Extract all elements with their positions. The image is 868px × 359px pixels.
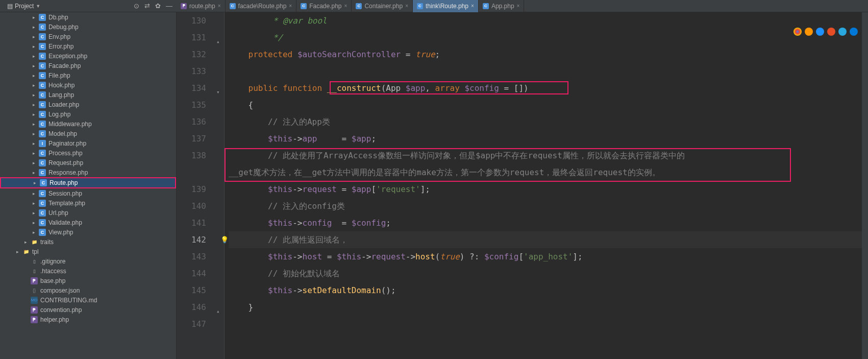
tree-item[interactable]: ₱convention.php <box>0 305 176 315</box>
close-icon[interactable]: × <box>289 3 292 9</box>
fold-toggle-icon[interactable]: ▴ <box>216 33 220 50</box>
tree-arrow-icon[interactable]: ▸ <box>33 122 39 127</box>
close-icon[interactable]: × <box>517 3 520 9</box>
fold-toggle-icon[interactable]: ▴ <box>216 303 220 320</box>
close-icon[interactable]: × <box>471 3 474 9</box>
tree-item[interactable]: ₱base.php <box>0 276 176 285</box>
tree-item[interactable]: ▸CDebug.php <box>0 22 176 32</box>
tree-arrow-icon[interactable]: ▸ <box>34 180 40 185</box>
editor-tab[interactable]: CApp.php× <box>479 0 525 12</box>
tree-item[interactable]: ▸CView.php <box>0 227 176 237</box>
tree-arrow-icon[interactable]: ▸ <box>33 15 39 20</box>
code-line[interactable]: __get魔术方法，在__get方法中调用的是容器中的make方法，第一个参数为… <box>229 164 862 181</box>
close-icon[interactable]: × <box>405 3 408 9</box>
tree-item[interactable]: MDCONTRIBUTING.md <box>0 295 176 305</box>
tree-item[interactable]: ▸CValidate.php <box>0 218 176 227</box>
target-icon[interactable]: ⊙ <box>134 2 139 10</box>
tree-arrow-icon[interactable]: ▸ <box>33 170 39 175</box>
tree-item[interactable]: ▸CLang.php <box>0 90 176 100</box>
tree-item[interactable]: ▸CUrl.php <box>0 208 176 218</box>
code-line[interactable] <box>229 63 862 80</box>
code-line[interactable]: } <box>229 299 862 316</box>
code-line[interactable]: { <box>229 97 862 113</box>
tree-arrow-icon[interactable]: ▸ <box>33 230 39 235</box>
tree-item[interactable]: ▸CSession.php <box>0 188 176 198</box>
tree-item[interactable]: ▸CResponse.php <box>0 167 176 177</box>
tree-item[interactable]: ▸📁traits <box>0 237 176 247</box>
tree-arrow-icon[interactable]: ▸ <box>33 131 39 136</box>
tree-item[interactable]: ▯.gitignore <box>0 256 176 266</box>
code-line[interactable] <box>229 316 862 332</box>
code-line[interactable]: protected $autoSearchController = true; <box>229 46 862 63</box>
collapse-icon[interactable]: ⇄ <box>144 2 150 10</box>
editor-tab[interactable]: ₱route.php× <box>177 0 226 12</box>
tree-item[interactable]: ▸CLog.php <box>0 109 176 119</box>
tree-item[interactable]: ▸CRoute.php <box>0 177 176 188</box>
code-line[interactable]: $this->request = $app['request']; <box>229 181 862 198</box>
close-icon[interactable]: × <box>344 3 348 9</box>
tree-arrow-icon[interactable]: ▸ <box>33 34 39 39</box>
tree-arrow-icon[interactable]: ▸ <box>33 220 39 225</box>
editor-tab[interactable]: Cthink\Route.php× <box>413 0 479 12</box>
code-area[interactable]: * @var bool */ protected $autoSearchCont… <box>225 12 862 359</box>
editor-scrollbar[interactable] <box>862 12 868 359</box>
tree-item[interactable]: ▸CMiddleware.php <box>0 119 176 129</box>
tree-item[interactable]: ▸CModel.php <box>0 129 176 138</box>
tree-item[interactable]: ▸CFile.php <box>0 70 176 80</box>
tree-arrow-icon[interactable]: ▸ <box>33 201 39 206</box>
fold-column[interactable]: ▴▾▴ <box>215 12 225 359</box>
project-tree[interactable]: ▸CDb.php▸CDebug.php▸CEnv.php▸CError.php▸… <box>0 12 177 359</box>
hide-icon[interactable]: — <box>166 2 172 10</box>
tree-arrow-icon[interactable]: ▸ <box>33 73 39 78</box>
code-line[interactable]: // 此处使用了ArrayAccess像数组一样访问对象，但是$app中不存在r… <box>229 147 862 164</box>
close-icon[interactable]: × <box>218 3 221 9</box>
tree-arrow-icon[interactable]: ▸ <box>33 112 39 117</box>
tree-item[interactable]: ▸CDb.php <box>0 12 176 22</box>
tree-arrow-icon[interactable]: ▸ <box>33 141 39 146</box>
code-line[interactable]: public function __construct(App $app, ar… <box>229 80 862 97</box>
code-line[interactable]: $this->host = $this->request->host(true)… <box>229 248 862 265</box>
tree-item[interactable]: ▸CEnv.php <box>0 32 176 41</box>
tree-arrow-icon[interactable]: ▸ <box>33 92 39 98</box>
code-line[interactable]: 💡 // 此属性返回域名， <box>229 231 862 248</box>
tree-item[interactable]: ₱helper.php <box>0 315 176 324</box>
settings-gear-icon[interactable]: ✿ <box>155 2 161 10</box>
tree-arrow-icon[interactable]: ▸ <box>33 160 39 165</box>
tree-arrow-icon[interactable]: ▸ <box>33 63 39 68</box>
tree-item[interactable]: ▸CRequest.php <box>0 158 176 167</box>
code-line[interactable]: * @var bool <box>229 12 862 29</box>
intention-bulb-icon[interactable]: 💡 <box>220 231 229 248</box>
tree-arrow-icon[interactable]: ▸ <box>33 83 39 88</box>
tree-item[interactable]: ▸CProcess.php <box>0 148 176 158</box>
tree-item[interactable]: ▯.htaccess <box>0 266 176 276</box>
code-line[interactable]: $this->app = $app; <box>229 130 862 147</box>
tree-arrow-icon[interactable]: ▸ <box>33 25 39 30</box>
code-line[interactable]: // 初始化默认域名 <box>229 265 862 282</box>
tree-item[interactable]: ▸CTemplate.php <box>0 198 176 208</box>
code-line[interactable]: // 注入的config类 <box>229 198 862 214</box>
tree-arrow-icon[interactable]: ▸ <box>33 44 39 49</box>
code-line[interactable]: $this->setDefaultDomain(); <box>229 282 862 299</box>
tree-arrow-icon[interactable]: ▸ <box>24 240 31 245</box>
editor-tab[interactable]: CFacade.php× <box>296 0 352 12</box>
fold-toggle-icon[interactable]: ▾ <box>216 84 220 101</box>
tree-arrow-icon[interactable]: ▸ <box>16 249 22 254</box>
code-line[interactable]: */ <box>229 29 862 46</box>
tree-item[interactable]: ▸CLoader.php <box>0 100 176 109</box>
tree-arrow-icon[interactable]: ▸ <box>33 151 39 156</box>
code-editor[interactable]: 1301311321331341351361371381391401411421… <box>177 12 868 359</box>
tree-item[interactable]: {}composer.json <box>0 285 176 295</box>
code-line[interactable]: $this->config = $config; <box>229 214 862 231</box>
tree-item[interactable]: ▸IPaginator.php <box>0 138 176 148</box>
editor-tab[interactable]: Cfacade\Route.php× <box>226 0 297 12</box>
tree-arrow-icon[interactable]: ▸ <box>33 191 39 196</box>
tree-arrow-icon[interactable]: ▸ <box>33 102 39 107</box>
tree-item[interactable]: ▸CHook.php <box>0 80 176 90</box>
tree-item[interactable]: ▸CException.php <box>0 51 176 61</box>
code-line[interactable]: // 注入的App类 <box>229 113 862 130</box>
tree-item[interactable]: ▸CError.php <box>0 41 176 51</box>
tree-item[interactable]: ▸📁tpl <box>0 247 176 256</box>
project-selector[interactable]: ▤ Project ▼ <box>4 2 43 11</box>
tree-arrow-icon[interactable]: ▸ <box>33 210 39 216</box>
tree-arrow-icon[interactable]: ▸ <box>33 54 39 59</box>
